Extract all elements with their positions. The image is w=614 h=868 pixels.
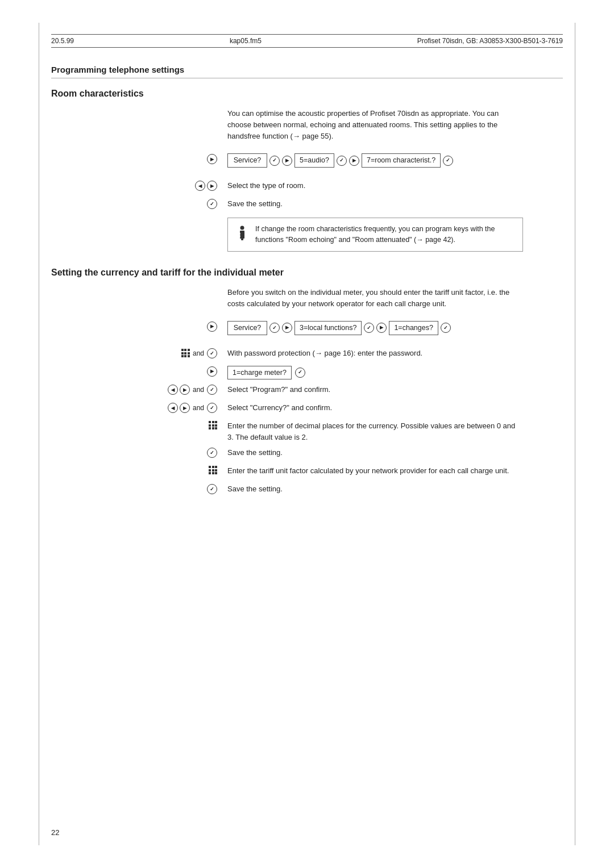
- check-save-icon: ✓: [207, 199, 217, 209]
- instr-select-room-text: Select the type of room.: [227, 180, 523, 191]
- note-icon: [236, 225, 248, 244]
- check-icon-s2-2: ✓: [364, 323, 374, 333]
- header-left: 20.5.99: [51, 37, 74, 45]
- instr-save-1: ✓ Save the setting.: [51, 447, 563, 461]
- keyboard-icon-2: [209, 421, 217, 429]
- instr-select-currency-icon: ◀ ▶ and ✓: [51, 402, 227, 413]
- screen-audio: 5=audio?: [294, 153, 334, 168]
- instr-tariff-icon: [51, 465, 227, 474]
- screen-sequence-2: Service? ✓ ▶ 3=local functions? ✓ ▶ 1=ch…: [227, 321, 523, 335]
- note-box-room: If change the room characteristics frequ…: [227, 218, 523, 252]
- instr-save-2: ✓ Save the setting.: [51, 483, 563, 497]
- screen-row-2-content: Service? ✓ ▶ 3=local functions? ✓ ▶ 1=ch…: [227, 321, 523, 343]
- screen-service: Service?: [227, 153, 267, 168]
- circle-right-icon-1: ▶: [207, 154, 217, 164]
- instr-select-currency: ◀ ▶ and ✓ Select "Currency?" and confirm…: [51, 402, 563, 416]
- check-icon-2: ✓: [337, 156, 347, 166]
- right-icon-s2: ▶: [207, 322, 217, 332]
- check-icon-sp1: ✓: [207, 385, 217, 395]
- left-circle-icon: ◀: [195, 181, 205, 191]
- subsection1-title: Room characteristics: [51, 89, 563, 99]
- screen-changes: 1=changes?: [389, 321, 438, 335]
- header-center: kap05.fm5: [230, 37, 262, 45]
- check-icon-cm: ✓: [295, 368, 305, 378]
- check-icon-3: ✓: [443, 156, 453, 166]
- check-icon-s2-3: ✓: [441, 323, 451, 333]
- check-icon-pwd: ✓: [207, 348, 217, 358]
- subsection2-title: Setting the currency and tariff for the …: [51, 268, 563, 278]
- check-save-2: ✓: [207, 484, 217, 494]
- screen-room-char: 7=room characterist.?: [362, 153, 441, 168]
- keyboard-icon-1: [181, 349, 190, 357]
- keyboard-icon-3: [209, 466, 217, 474]
- check-icon-s2-1: ✓: [269, 323, 280, 333]
- subsection-currency-tariff: Setting the currency and tariff for the …: [51, 268, 563, 498]
- instr-select-room-icon: ◀ ▶: [51, 180, 227, 191]
- instr-charge-meter-screen: 1=charge meter? ✓: [227, 366, 523, 380]
- instr-decimal-places-icon: [51, 420, 227, 429]
- screen-row-1-content: Service? ✓ ▶ 5=audio? ✓ ▶ 7=room charact…: [227, 153, 523, 176]
- screen-sequence-1: Service? ✓ ▶ 5=audio? ✓ ▶ 7=room charact…: [227, 153, 523, 168]
- left-circle-sc: ◀: [168, 403, 178, 413]
- and-text-3: and: [193, 404, 204, 412]
- right-icon-cm: ▶: [207, 366, 217, 377]
- page-container: 20.5.99 kap05.fm5 Profiset 70isdn, GB: A…: [0, 0, 614, 868]
- svg-point-0: [240, 226, 244, 230]
- note-text: If change the room characteristics frequ…: [255, 224, 515, 245]
- instr-save-room-text: Save the setting.: [227, 198, 523, 210]
- right-icon-s2-3: ▶: [376, 323, 387, 333]
- right-circle-icon: ▶: [207, 181, 217, 191]
- instr-tariff: Enter the tariff unit factor calculated …: [51, 465, 563, 479]
- page-number: 22: [51, 828, 59, 837]
- instr-password: and ✓ With password protection (→ page 1…: [51, 348, 563, 361]
- check-icon-sc: ✓: [207, 403, 217, 413]
- screen-row-2-icons: ▶: [51, 321, 227, 332]
- instr-charge-meter-icon: ▶: [51, 366, 227, 377]
- right-circle-sp1: ▶: [180, 385, 190, 395]
- screen-charge-meter: 1=charge meter?: [227, 366, 292, 380]
- svg-rect-2: [241, 239, 243, 240]
- instr-save-1-text: Save the setting.: [227, 447, 523, 458]
- instr-save-room: ✓ Save the setting.: [51, 198, 563, 212]
- and-text-1: and: [193, 349, 204, 357]
- screen-local-func: 3=local functions?: [294, 321, 362, 335]
- instr-select-program-text: Select "Program?" and confirm.: [227, 384, 523, 395]
- check-icon-1: ✓: [269, 156, 280, 166]
- instr-save-room-icon: ✓: [51, 198, 227, 209]
- right-icon-2: ▶: [282, 156, 292, 166]
- instr-password-icon: and ✓: [51, 348, 227, 358]
- screen-row-2: ▶ Service? ✓ ▶ 3=local functions? ✓ ▶ 1=…: [51, 321, 563, 343]
- check-save-1: ✓: [207, 448, 217, 458]
- svg-rect-1: [240, 231, 244, 239]
- right-circle-sc: ▶: [180, 403, 190, 413]
- subsection2-description: Before you switch on the individual mete…: [227, 287, 523, 310]
- right-border: [575, 23, 575, 845]
- instr-save-2-text: Save the setting.: [227, 483, 523, 495]
- screen-service-2: Service?: [227, 321, 267, 335]
- instr-select-room: ◀ ▶ Select the type of room.: [51, 180, 563, 194]
- header-right: Profiset 70isdn, GB: A30853-X300-B501-3-…: [417, 37, 563, 45]
- left-circle-sp1: ◀: [168, 385, 178, 395]
- instr-save-1-icon: ✓: [51, 447, 227, 458]
- and-text-2: and: [193, 386, 204, 394]
- instr-tariff-text: Enter the tariff unit factor calculated …: [227, 465, 523, 477]
- instr-password-text: With password protection (→ page 16): en…: [227, 348, 523, 359]
- instr-select-currency-text: Select "Currency?" and confirm.: [227, 402, 523, 414]
- instr-charge-meter: ▶ 1=charge meter? ✓: [51, 366, 563, 380]
- header-bar: 20.5.99 kap05.fm5 Profiset 70isdn, GB: A…: [51, 34, 563, 48]
- svg-rect-3: [238, 233, 240, 234]
- right-icon-s2-2: ▶: [282, 323, 292, 333]
- subsection-room-characteristics: Room characteristics You can optimise th…: [51, 89, 563, 252]
- instr-decimal-places: Enter the number of decimal places for t…: [51, 420, 563, 443]
- instr-save-2-icon: ✓: [51, 483, 227, 494]
- section-title: Programming telephone settings: [51, 65, 563, 78]
- instr-decimal-places-text: Enter the number of decimal places for t…: [227, 420, 523, 443]
- left-border: [39, 23, 39, 845]
- svg-rect-4: [238, 235, 240, 236]
- screen-row-1-icons: ▶: [51, 153, 227, 164]
- svg-rect-5: [238, 236, 240, 237]
- instr-select-program: ◀ ▶ and ✓ Select "Program?" and confirm.: [51, 384, 563, 398]
- info-person-icon: [236, 225, 248, 241]
- subsection1-description: You can optimise the acoustic properties…: [227, 108, 523, 142]
- screen-row-1: ▶ Service? ✓ ▶ 5=audio? ✓ ▶ 7=room chara…: [51, 153, 563, 176]
